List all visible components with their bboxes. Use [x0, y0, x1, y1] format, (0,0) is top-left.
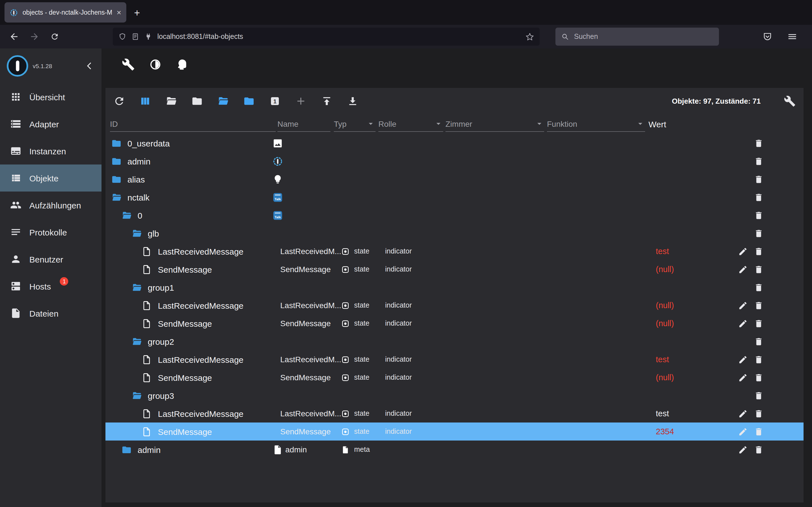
table-row[interactable]: LastReceivedMessageLastReceivedM...state… — [105, 242, 804, 260]
cell-id: SendMessage — [142, 369, 212, 386]
delete-object-button[interactable] — [754, 441, 763, 459]
plug-icon[interactable] — [144, 33, 152, 41]
star-icon[interactable] — [525, 33, 534, 41]
edit-object-button[interactable] — [738, 296, 748, 314]
table-row[interactable]: glb — [105, 224, 804, 242]
cell-id: group2 — [132, 332, 174, 350]
object-type: state — [354, 355, 369, 363]
edit-object-button[interactable] — [738, 422, 748, 441]
delete-object-button[interactable] — [754, 278, 763, 296]
table-row[interactable]: admin — [105, 152, 804, 170]
sidebar-item-adapter[interactable]: Adapter — [0, 110, 101, 137]
new-tab-button[interactable]: + — [129, 4, 146, 21]
grid-icon — [10, 91, 21, 103]
expert-mode-icon[interactable] — [176, 58, 189, 71]
delete-object-button[interactable] — [754, 386, 763, 404]
shield-icon[interactable] — [118, 33, 126, 41]
table-row[interactable]: group1 — [105, 278, 804, 296]
table-row[interactable]: SendMessageSendMessagestateindicator2354 — [105, 422, 804, 441]
table-row[interactable]: 0Talk — [105, 206, 804, 224]
edit-object-button[interactable] — [738, 350, 748, 369]
columns-icon[interactable] — [139, 95, 151, 107]
delete-object-button[interactable] — [754, 224, 763, 242]
plus-icon[interactable] — [295, 95, 307, 107]
delete-object-button[interactable] — [754, 170, 763, 188]
object-value: 2354 — [656, 427, 674, 436]
back-button[interactable] — [6, 28, 22, 45]
cell-type: state — [341, 369, 369, 386]
delete-object-button[interactable] — [754, 404, 763, 422]
cell-id: 0_userdata — [111, 134, 170, 152]
sidebar-item-protokolle[interactable]: Protokolle — [0, 219, 101, 245]
reload-button[interactable] — [46, 28, 63, 45]
role-filter-select[interactable]: Rolle — [378, 119, 443, 132]
table-row[interactable]: LastReceivedMessageLastReceivedM...state… — [105, 296, 804, 314]
sidebar-item-objekte[interactable]: Objekte — [0, 165, 101, 191]
forward-button[interactable] — [26, 28, 43, 45]
sidebar-collapse-button[interactable] — [85, 61, 95, 71]
delete-object-button[interactable] — [754, 369, 763, 386]
edit-object-button[interactable] — [738, 404, 748, 422]
delete-object-button[interactable] — [754, 350, 763, 369]
delete-object-button[interactable] — [754, 260, 763, 278]
menu-button[interactable] — [784, 28, 801, 45]
browser-tab[interactable]: objects - dev-nctalk-Jochens-M × — [4, 2, 126, 22]
table-row[interactable]: SendMessageSendMessagestateindicator(nul… — [105, 260, 804, 278]
delete-object-button[interactable] — [754, 422, 763, 441]
delete-object-button[interactable] — [754, 296, 763, 314]
filter-name-input[interactable]: Name — [277, 119, 331, 132]
tab-close-button[interactable]: × — [117, 8, 121, 16]
edit-object-button[interactable] — [738, 260, 748, 278]
table-row[interactable]: LastReceivedMessageLastReceivedM...state… — [105, 350, 804, 369]
table-row[interactable]: group2 — [105, 332, 804, 350]
type-filter-select[interactable]: Typ — [334, 119, 375, 132]
delete-object-button[interactable] — [754, 152, 763, 170]
page-icon[interactable] — [132, 33, 139, 41]
wrench-icon[interactable] — [784, 95, 796, 107]
delete-object-button[interactable] — [754, 332, 763, 350]
delete-object-button[interactable] — [754, 206, 763, 224]
function-filter-select[interactable]: Funktion — [547, 119, 645, 132]
search-bar[interactable]: Suchen — [555, 27, 719, 46]
edit-object-button[interactable] — [738, 314, 748, 332]
table-row[interactable]: nctalkTalk — [105, 188, 804, 206]
collapse-all-icon[interactable] — [321, 95, 333, 107]
sidebar-item-aufzaehlungen[interactable]: Aufzählungen — [0, 191, 101, 219]
edit-object-button[interactable] — [738, 441, 748, 459]
sidebar-item-benutzer[interactable]: Benutzer — [0, 245, 101, 273]
theme-icon[interactable] — [149, 58, 162, 71]
folder-icon[interactable] — [243, 95, 255, 107]
edit-object-button[interactable] — [738, 242, 748, 260]
table-row[interactable]: group3 — [105, 386, 804, 404]
filter-id-input[interactable]: ID — [110, 119, 276, 132]
url-bar[interactable]: localhost:8081/#tab-objects — [113, 27, 540, 46]
table-row[interactable]: adminadminmeta — [105, 441, 804, 459]
table-row[interactable]: 0_userdata — [105, 134, 804, 152]
folder-icon[interactable] — [191, 95, 203, 107]
tab-title: objects - dev-nctalk-Jochens-M — [22, 9, 112, 16]
room-filter-select[interactable]: Zimmer — [446, 119, 544, 132]
delete-object-button[interactable] — [754, 242, 763, 260]
cell-id: alias — [111, 170, 145, 188]
table-row[interactable]: SendMessageSendMessagestateindicator(nul… — [105, 369, 804, 386]
sidebar-item-uebersicht[interactable]: Übersicht — [0, 83, 101, 110]
wrench-icon[interactable] — [122, 58, 135, 71]
folder-open-icon[interactable] — [165, 95, 177, 107]
expand-all-icon[interactable] — [347, 95, 359, 107]
refresh-icon[interactable] — [113, 95, 125, 107]
table-row[interactable]: SendMessageSendMessagestateindicator(nul… — [105, 314, 804, 332]
browser-tab-bar: objects - dev-nctalk-Jochens-M × + — [0, 0, 812, 25]
table-row[interactable]: LastReceivedMessageLastReceivedM...state… — [105, 404, 804, 422]
table-row[interactable]: alias — [105, 170, 804, 188]
object-role: indicator — [385, 265, 412, 273]
depth-one-icon[interactable]: 1 — [269, 95, 281, 107]
folder-open-icon[interactable] — [217, 95, 229, 107]
pocket-button[interactable] — [759, 28, 776, 45]
delete-object-button[interactable] — [754, 188, 763, 206]
sidebar-item-dateien[interactable]: Dateien — [0, 300, 101, 327]
sidebar-item-instanzen[interactable]: Instanzen — [0, 137, 101, 165]
sidebar-item-hosts[interactable]: Hosts1 — [0, 273, 101, 300]
edit-object-button[interactable] — [738, 369, 748, 386]
delete-object-button[interactable] — [754, 134, 763, 152]
delete-object-button[interactable] — [754, 314, 763, 332]
